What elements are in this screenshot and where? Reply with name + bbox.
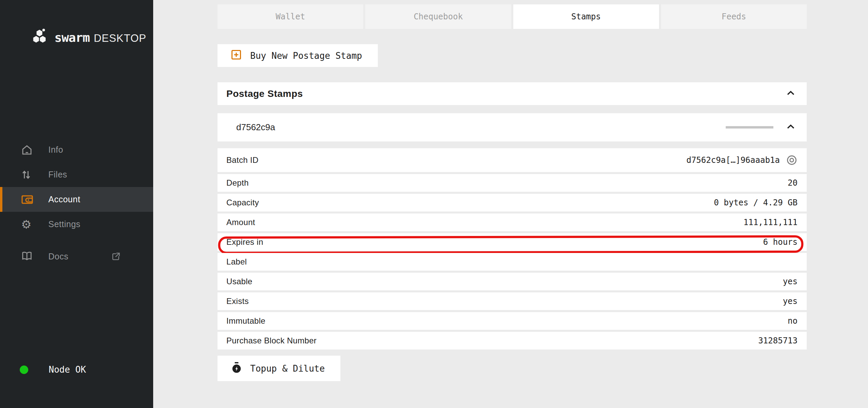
table-row: Depth 20 xyxy=(218,174,807,192)
sidebar-item-label: Docs xyxy=(48,252,68,261)
row-label: Expires in xyxy=(226,237,263,247)
sidebar-item-label: Info xyxy=(48,145,63,155)
tab-bar: WalletChequebookStampsFeeds xyxy=(218,4,807,29)
buy-new-postage-stamp-button[interactable]: Buy New Postage Stamp xyxy=(218,44,378,67)
table-row: Usable yes xyxy=(218,273,807,290)
table-row: Label xyxy=(218,253,807,271)
tab-stamps[interactable]: Stamps xyxy=(513,4,659,29)
sidebar-nav: Info Files Account ⚙ Settings xyxy=(0,137,153,237)
external-link-icon xyxy=(111,252,121,262)
row-value: yes xyxy=(783,277,798,286)
sidebar-item-settings[interactable]: ⚙ Settings xyxy=(0,212,153,237)
table-row: Batch ID d7562c9a[…]96aaab1a xyxy=(218,148,807,172)
topup-dilute-button[interactable]: Topup & Dilute xyxy=(218,356,340,381)
topup-button-label: Topup & Dilute xyxy=(250,363,325,374)
logo-brand-text: swarm xyxy=(54,31,90,45)
node-status-dot xyxy=(20,366,28,374)
sidebar-item-label: Files xyxy=(48,170,67,180)
logo-suffix-text: DESKTOP xyxy=(94,32,146,45)
row-label: Usable xyxy=(226,277,253,286)
node-status-label: Node OK xyxy=(49,364,86,375)
plus-square-icon xyxy=(230,49,242,63)
row-value: d7562c9a[…]96aaab1a xyxy=(686,155,780,165)
row-value: 20 xyxy=(788,178,798,188)
postage-stamps-section-header: Postage Stamps xyxy=(218,82,807,105)
sidebar-item-docs[interactable]: Docs xyxy=(0,244,153,269)
row-value: 6 hours xyxy=(763,237,798,247)
row-label: Label xyxy=(226,257,247,267)
row-label: Immutable xyxy=(226,316,266,326)
swarm-logo-icon xyxy=(31,29,49,46)
table-row: Exists yes xyxy=(218,292,807,310)
transfer-icon xyxy=(21,169,35,180)
book-icon xyxy=(21,251,35,262)
node-status: Node OK xyxy=(20,364,86,375)
row-value: no xyxy=(788,316,798,326)
table-row: Expires in 6 hours xyxy=(218,233,807,251)
row-value: 111,111,111 xyxy=(743,218,798,227)
stamp-name: d7562c9a xyxy=(236,122,275,133)
row-value: yes xyxy=(783,296,798,306)
wallet-icon xyxy=(21,194,35,205)
sidebar-item-label: Settings xyxy=(48,219,80,229)
tab-chequebook[interactable]: Chequebook xyxy=(365,4,511,29)
row-label: Capacity xyxy=(226,198,259,207)
table-row: Immutable no xyxy=(218,312,807,330)
app-logo: swarm DESKTOP xyxy=(31,29,146,46)
row-label: Exists xyxy=(226,296,249,306)
row-value: 0 bytes / 4.29 GB xyxy=(714,198,798,207)
home-icon xyxy=(21,144,35,155)
row-label: Batch ID xyxy=(226,155,258,165)
table-row: Purchase Block Number 31285713 xyxy=(218,332,807,350)
sidebar-item-label: Account xyxy=(48,194,80,204)
table-row: Capacity 0 bytes / 4.29 GB xyxy=(218,194,807,211)
chevron-up-icon[interactable] xyxy=(786,90,796,98)
annotation-highlight xyxy=(218,233,807,254)
stamp-details-table: Batch ID d7562c9a[…]96aaab1a Depth 20 Ca… xyxy=(218,148,807,350)
row-label: Depth xyxy=(226,178,249,188)
main-content: WalletChequebookStampsFeeds Buy New Post… xyxy=(153,0,868,408)
tab-feeds[interactable]: Feeds xyxy=(661,4,807,29)
sidebar: swarm DESKTOP Info Files Account ⚙ Setti… xyxy=(0,0,153,408)
row-label: Purchase Block Number xyxy=(226,336,317,345)
buy-button-label: Buy New Postage Stamp xyxy=(250,51,362,61)
stamp-usage-progress-bar xyxy=(726,126,773,129)
sidebar-item-info[interactable]: Info xyxy=(0,137,153,162)
gear-icon: ⚙ xyxy=(21,219,35,230)
stamp-accordion-header[interactable]: d7562c9a xyxy=(218,113,807,141)
eye-icon[interactable] xyxy=(786,155,798,165)
section-title: Postage Stamps xyxy=(226,88,303,99)
chevron-up-icon[interactable] xyxy=(786,123,796,132)
sidebar-item-account[interactable]: Account xyxy=(0,187,153,212)
table-row: Amount 111,111,111 xyxy=(218,214,807,231)
tab-wallet[interactable]: Wallet xyxy=(218,4,363,29)
stopwatch-icon xyxy=(231,361,242,376)
sidebar-item-files[interactable]: Files xyxy=(0,162,153,187)
row-label: Amount xyxy=(226,218,255,227)
row-value: 31285713 xyxy=(758,336,798,345)
